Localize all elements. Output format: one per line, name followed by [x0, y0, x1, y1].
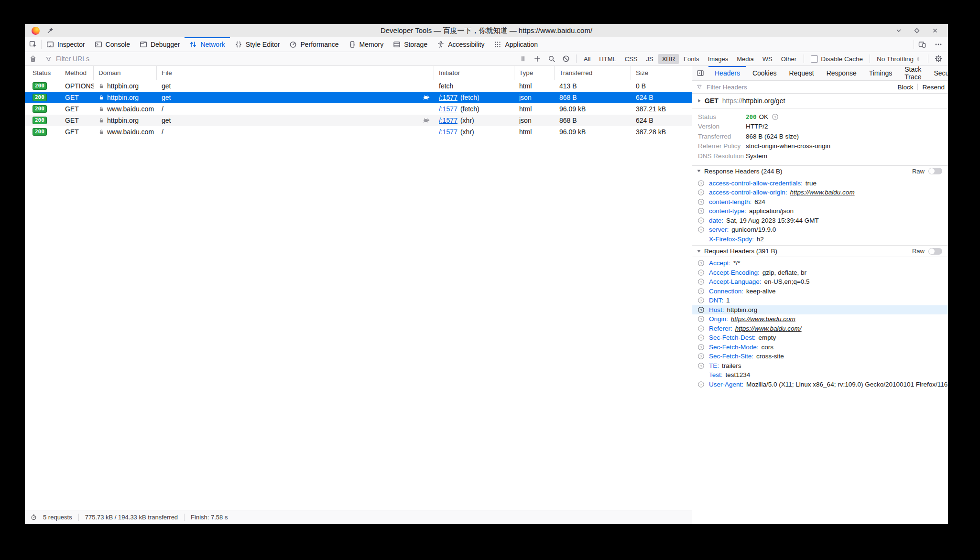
- details-tab-response[interactable]: Response: [820, 66, 863, 80]
- column-header-method[interactable]: Method: [60, 66, 94, 80]
- request-row[interactable]: 200GETwww.baidu.com//:1577(fetch)html96.…: [25, 103, 692, 115]
- details-tab-stack-trace[interactable]: Stack Trace: [898, 66, 927, 80]
- help-icon[interactable]: ?: [697, 288, 705, 295]
- help-icon[interactable]: ?: [697, 180, 705, 187]
- clear-requests-button[interactable]: [25, 55, 41, 63]
- request-count[interactable]: 5 requests: [37, 514, 78, 521]
- response-raw-toggle[interactable]: [928, 168, 942, 174]
- request-filter-js[interactable]: JS: [642, 54, 657, 64]
- help-icon[interactable]: ?: [697, 217, 705, 224]
- help-icon[interactable]: ?: [697, 189, 705, 196]
- column-header-type[interactable]: Type: [514, 66, 555, 80]
- header-row-sec-fetch-mode[interactable]: ?Sec-Fetch-Mode:cors: [692, 343, 948, 352]
- tab-console[interactable]: Console: [90, 37, 135, 52]
- header-value-link[interactable]: https://www.baidu.com: [731, 315, 795, 323]
- details-tab-headers[interactable]: Headers: [708, 66, 746, 80]
- header-row-accept-encoding[interactable]: ?Accept-Encoding:gzip, deflate, br: [692, 268, 948, 278]
- help-icon[interactable]: ?: [697, 362, 705, 369]
- initiator-link[interactable]: /:1577: [439, 94, 457, 101]
- tab-memory[interactable]: Memory: [344, 37, 389, 52]
- column-header-size[interactable]: Size: [631, 66, 692, 80]
- maximize-button[interactable]: [913, 27, 921, 35]
- initiator-link[interactable]: /:1577: [439, 105, 457, 113]
- tab-application[interactable]: Application: [489, 37, 543, 52]
- block-requests-button[interactable]: [559, 52, 573, 65]
- response-headers-section-header[interactable]: Response Headers (244 B) Raw: [692, 165, 948, 177]
- header-row-user-agent[interactable]: ?User-Agent:Mozilla/5.0 (X11; Linux x86_…: [692, 380, 948, 389]
- help-icon[interactable]: ?: [697, 207, 705, 215]
- tab-inspector[interactable]: Inspector: [42, 37, 90, 52]
- request-filter-ws[interactable]: WS: [759, 54, 776, 64]
- column-header-domain[interactable]: Domain: [94, 66, 157, 80]
- request-headers-section-header[interactable]: Request Headers (391 B) Raw: [692, 245, 948, 257]
- help-icon[interactable]: ?: [697, 381, 705, 388]
- tab-performance[interactable]: Performance: [284, 37, 343, 52]
- header-row-content-type[interactable]: ?content-type:application/json: [692, 206, 948, 216]
- header-value-link[interactable]: https://www.baidu.com: [790, 189, 855, 196]
- help-icon[interactable]: ?: [697, 297, 705, 304]
- request-row[interactable]: 200OPTIONShttpbin.orggetfetchhtml413 B0 …: [25, 80, 692, 92]
- responsive-mode-button[interactable]: [914, 37, 930, 52]
- help-icon[interactable]: ?: [697, 269, 705, 276]
- details-tab-request[interactable]: Request: [783, 66, 820, 80]
- tab-debugger[interactable]: Debugger: [135, 37, 185, 52]
- header-row-origin[interactable]: ?Origin:https://www.baidu.com: [692, 314, 948, 324]
- header-row-sec-fetch-site[interactable]: ?Sec-Fetch-Site:cross-site: [692, 352, 948, 361]
- filter-headers-input[interactable]: [706, 83, 893, 91]
- header-row-accept-language[interactable]: ?Accept-Language:en-US,en;q=0.5: [692, 277, 948, 287]
- details-tab-security[interactable]: Security: [927, 66, 948, 80]
- request-filter-xhr[interactable]: XHR: [658, 54, 679, 64]
- request-filter-images[interactable]: Images: [704, 54, 732, 64]
- request-filter-fonts[interactable]: Fonts: [680, 54, 703, 64]
- help-icon[interactable]: ?: [697, 325, 705, 332]
- request-filter-html[interactable]: HTML: [595, 54, 620, 64]
- tab-style-editor[interactable]: Style Editor: [230, 37, 285, 52]
- header-row-accept[interactable]: ?Accept:*/*: [692, 258, 948, 268]
- pause-traffic-button[interactable]: [516, 52, 530, 65]
- header-row-te[interactable]: ?TE:trailers: [692, 361, 948, 371]
- header-row-x-firefox-spdy[interactable]: X-Firefox-Spdy:h2: [692, 235, 948, 244]
- network-settings-button[interactable]: [931, 52, 948, 65]
- request-row[interactable]: 200GEThttpbin.orgget/:1577(fetch)json868…: [25, 92, 692, 103]
- devtools-menu-button[interactable]: [930, 37, 948, 52]
- help-icon[interactable]: ?: [697, 315, 705, 323]
- details-tab-cookies[interactable]: Cookies: [746, 66, 783, 80]
- header-row-access-control-allow-origin[interactable]: ?access-control-allow-origin:https://www…: [692, 188, 948, 197]
- header-row-referer[interactable]: ?Referer:https://www.baidu.com/: [692, 324, 948, 334]
- sidebar-toggle-button[interactable]: [692, 66, 708, 80]
- header-row-date[interactable]: ?date:Sat, 19 Aug 2023 15:39:44 GMT: [692, 216, 948, 226]
- header-row-connection[interactable]: ?Connection:keep-alive: [692, 287, 948, 296]
- request-filter-other[interactable]: Other: [777, 54, 801, 64]
- header-value-link[interactable]: https://www.baidu.com/: [735, 325, 802, 332]
- initiator-link[interactable]: /:1577: [439, 117, 457, 124]
- header-row-content-length[interactable]: ?content-length:624: [692, 197, 948, 207]
- window-titlebar[interactable]: Developer Tools — 百度一下，你就知道 — https://ww…: [25, 24, 948, 37]
- search-button[interactable]: [544, 52, 559, 65]
- header-row-sec-fetch-dest[interactable]: ?Sec-Fetch-Dest:empty: [692, 333, 948, 343]
- column-header-file[interactable]: File: [157, 66, 434, 80]
- throttling-dropdown[interactable]: No Throttling: [873, 55, 925, 63]
- minimize-button[interactable]: [895, 27, 903, 35]
- column-header-status[interactable]: Status: [25, 66, 60, 80]
- request-url-row[interactable]: GET https://httpbin.org/get: [692, 94, 948, 108]
- details-tab-timings[interactable]: Timings: [863, 66, 899, 80]
- request-filter-all[interactable]: All: [580, 54, 594, 64]
- header-row-server[interactable]: ?server:gunicorn/19.9.0: [692, 225, 948, 235]
- help-icon[interactable]: ?: [697, 226, 705, 233]
- disable-cache-control[interactable]: Disable Cache: [807, 55, 867, 63]
- help-icon[interactable]: ?: [697, 306, 705, 313]
- header-row-dnt[interactable]: ?DNT:1: [692, 296, 948, 305]
- header-row-access-control-allow-credentials[interactable]: ?access-control-allow-credentials:true: [692, 179, 948, 188]
- column-header-initiator[interactable]: Initiator: [434, 66, 514, 80]
- resend-button[interactable]: Resend: [918, 84, 948, 91]
- request-filter-media[interactable]: Media: [733, 54, 757, 64]
- tab-network[interactable]: Network: [185, 37, 229, 52]
- help-icon[interactable]: ?: [697, 334, 705, 341]
- request-raw-toggle[interactable]: [928, 248, 942, 255]
- header-row-test[interactable]: Test:test1234: [692, 370, 948, 380]
- request-filter-css[interactable]: CSS: [621, 54, 642, 64]
- filter-urls-input[interactable]: [55, 54, 200, 63]
- help-icon[interactable]: ?: [697, 259, 705, 267]
- new-request-button[interactable]: [530, 52, 544, 65]
- column-header-transferred[interactable]: Transferred: [555, 66, 631, 80]
